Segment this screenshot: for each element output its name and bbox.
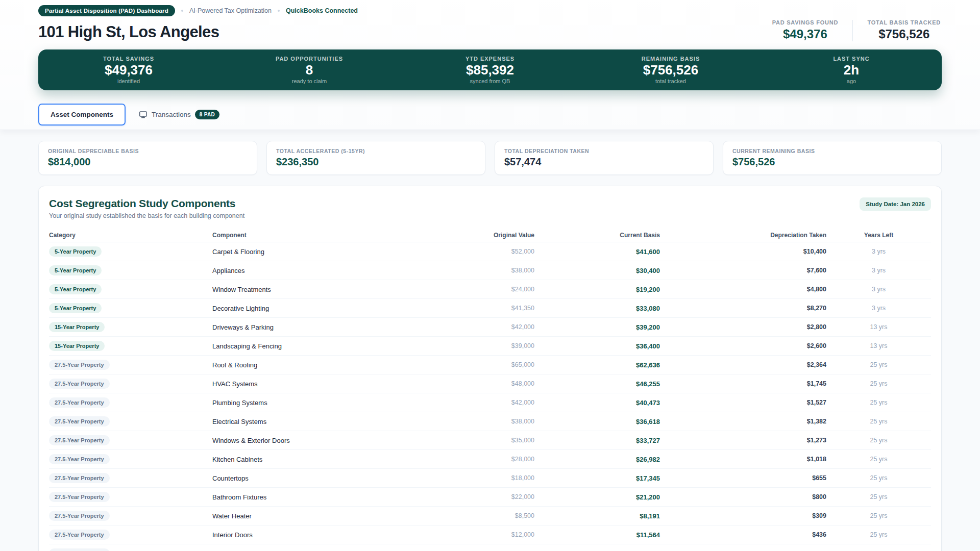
header-summary: PAD SAVINGS FOUND $49,376 TOTAL BASIS TR… [772,19,942,41]
stat-card-value: $814,000 [48,156,248,168]
current-basis-cell: $36,400 [534,342,660,350]
table-row: 27.5-Year Property HVAC Systems $48,000 … [49,374,931,393]
table-row: 15-Year Property Driveways & Parking $42… [49,317,931,336]
stat-card-total-accelerated: TOTAL ACCELERATED (5-15YR) $236,350 [266,141,485,175]
hero-stat-label: PAD OPPORTUNITIES [219,56,400,62]
tab-transactions-label: Transactions [152,111,191,118]
cost-segregation-card: Cost Segregation Study Components Your o… [38,186,942,551]
hero-stat-value: $756,526 [580,63,761,78]
depreciation-taken-cell: $7,600 [660,267,826,274]
current-basis-cell: $30,400 [534,267,660,274]
component-cell: Carpet & Flooring [212,248,432,256]
depreciation-taken-cell: $10,400 [660,248,826,255]
study-date-badge: Study Date: Jan 2026 [860,197,931,211]
hero-stat-value: 8 [219,63,400,78]
table-row: 15-Year Property Landscaping & Fencing $… [49,336,931,355]
hero-stats-bar: TOTAL SAVINGS $49,376 identified PAD OPP… [38,49,942,90]
years-left-cell: 25 yrs [826,512,931,519]
depreciation-taken-cell: $1,018 [660,456,826,463]
current-basis-cell: $17,345 [534,474,660,482]
breadcrumb-item-quickbooks[interactable]: QuickBooks Connected [286,7,358,14]
table-row: 27.5-Year Property Countertops $18,000 $… [49,468,931,487]
hero-stat-label: LAST SYNC [761,56,942,62]
years-left-cell: 3 yrs [826,267,931,274]
original-value-cell: $42,000 [432,323,534,331]
hero-stat-sub: total tracked [580,78,761,84]
hero-stat-ytd-expenses: YTD EXPENSES $85,392 synced from QB [400,56,580,85]
table-row: 27.5-Year Property Kitchen Cabinets $28,… [49,449,931,468]
page-header: Partial Asset Disposition (PAD) Dashboar… [0,0,980,130]
component-cell: Windows & Exterior Doors [212,437,432,444]
component-cell: Interior Doors [212,531,432,539]
category-badge: 5-Year Property [49,303,102,313]
component-cell: Bathroom Fixtures [212,493,432,501]
years-left-cell: 25 yrs [826,437,931,444]
category-badge: 15-Year Property [49,341,105,351]
hero-stat-label: REMAINING BASIS [580,56,761,62]
table-row: 5-Year Property Window Treatments $24,00… [49,280,931,298]
depreciation-taken-cell: $2,600 [660,342,826,349]
years-left-cell: 13 yrs [826,323,931,331]
original-value-cell: $52,000 [432,248,534,255]
current-basis-cell: $62,636 [534,361,660,369]
stat-card-value: $236,350 [276,156,476,168]
category-badge: 27.5-Year Property [49,492,110,502]
table-row: 27.5-Year Property Interior Doors $12,00… [49,525,931,544]
component-cell: Countertops [212,474,432,482]
column-header-category: Category [49,232,212,239]
hero-stat-sub: identified [38,78,219,84]
summary-pad-savings: PAD SAVINGS FOUND $49,376 [772,19,838,41]
current-basis-cell: $33,727 [534,437,660,444]
component-cell: Plumbing Systems [212,399,432,407]
original-value-cell: $39,000 [432,342,534,349]
depreciation-taken-cell: $655 [660,474,826,482]
summary-basis-tracked: TOTAL BASIS TRACKED $756,526 [867,19,941,41]
hero-stat-pad-opportunities: PAD OPPORTUNITIES 8 ready to claim [219,56,400,85]
stat-card-label: TOTAL ACCELERATED (5-15YR) [276,148,476,154]
original-value-cell: $38,000 [432,267,534,274]
depreciation-taken-cell: $800 [660,493,826,500]
original-value-cell: $42,000 [432,399,534,406]
category-badge: 5-Year Property [49,246,102,257]
category-badge: 27.5-Year Property [49,397,110,408]
tab-transactions[interactable]: Transactions 8 PAD [139,110,219,119]
current-basis-cell: $19,200 [534,286,660,293]
depreciation-taken-cell: $2,364 [660,361,826,368]
component-cell: Appliances [212,267,432,274]
years-left-cell: 25 yrs [826,493,931,500]
breadcrumb-item-tax-optimization[interactable]: AI-Powered Tax Optimization [189,7,272,14]
current-basis-cell: $41,600 [534,248,660,256]
years-left-cell: 25 yrs [826,399,931,406]
stat-card-label: CURRENT REMAINING BASIS [732,148,932,154]
component-cell: HVAC Systems [212,380,432,388]
table-row: 27.5-Year Property Bathroom Fixtures $22… [49,487,931,506]
table-row: 27.5-Year Property Electrical Systems $3… [49,412,931,431]
table-row: 27.5-Year Property Insulation $15,000 $1… [49,544,931,551]
years-left-cell: 13 yrs [826,342,931,349]
hero-stat-sub: synced from QB [400,78,580,84]
original-value-cell: $24,000 [432,286,534,293]
years-left-cell: 25 yrs [826,531,931,538]
column-header-component: Component [212,232,432,239]
original-value-cell: $12,000 [432,531,534,538]
monitor-icon [139,110,148,119]
depreciation-taken-cell: $1,273 [660,437,826,444]
current-basis-cell: $11,564 [534,531,660,539]
years-left-cell: 3 yrs [826,248,931,255]
years-left-cell: 25 yrs [826,456,931,463]
main-content: ORIGINAL DEPRECIABLE BASIS $814,000 TOTA… [0,130,980,551]
years-left-cell: 25 yrs [826,418,931,425]
pad-count-badge: 8 PAD [195,110,219,119]
summary-label: TOTAL BASIS TRACKED [867,19,941,26]
component-cell: Window Treatments [212,286,432,293]
category-badge: 27.5-Year Property [49,548,110,551]
current-basis-cell: $26,982 [534,456,660,463]
stat-card-value: $756,526 [732,156,932,168]
depreciation-taken-cell: $1,745 [660,380,826,387]
summary-divider [852,20,853,41]
component-cell: Electrical Systems [212,418,432,425]
tab-asset-components[interactable]: Asset Components [38,104,126,126]
current-basis-cell: $39,200 [534,323,660,331]
table-row: 27.5-Year Property Windows & Exterior Do… [49,431,931,449]
summary-label: PAD SAVINGS FOUND [772,19,838,26]
